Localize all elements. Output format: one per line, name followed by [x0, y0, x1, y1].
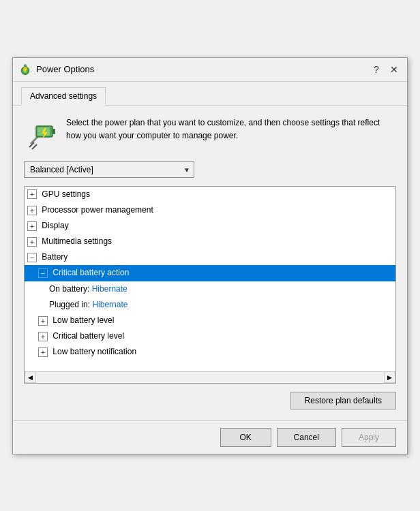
tree-item-display[interactable]: + Display — [25, 218, 395, 234]
horizontal-scrollbar: ◀ ▶ — [25, 371, 395, 383]
description-text: Select the power plan that you want to c… — [66, 117, 396, 142]
tree-label-gpu: GPU settings — [42, 189, 90, 199]
help-button[interactable]: ? — [369, 62, 384, 77]
window-title: Power Options — [36, 64, 369, 74]
expand-icon-low-battery-notification[interactable]: + — [38, 347, 48, 357]
tree-scroll-area[interactable]: + GPU settings + Processor power managem… — [25, 187, 395, 371]
dropdown-container: Balanced [Active] High performance Power… — [24, 161, 396, 178]
tree-item-plugged-in[interactable]: Plugged in: Hibernate — [25, 297, 395, 313]
power-icon — [18, 63, 32, 76]
button-bar: OK Cancel Apply — [13, 420, 407, 454]
battery-plug-icon — [24, 117, 58, 151]
apply-button[interactable]: Apply — [342, 428, 396, 447]
tree-label-critical-battery-level: Critical battery level — [52, 331, 124, 341]
tree-item-critical-battery-level[interactable]: + Critical battery level — [25, 328, 395, 344]
tree-label-battery: Battery — [42, 252, 68, 262]
expand-icon-processor[interactable]: + — [27, 206, 37, 215]
expand-icon-battery[interactable]: − — [27, 253, 37, 262]
plan-dropdown[interactable]: Balanced [Active] High performance Power… — [24, 161, 194, 178]
expand-icon-low-battery-level[interactable]: + — [38, 316, 48, 326]
tree-label-multimedia: Multimedia settings — [42, 236, 112, 246]
expand-icon-critical-action[interactable]: − — [38, 268, 48, 278]
tree-label-processor: Processor power management — [42, 205, 153, 215]
tree-item-low-battery-notification[interactable]: + Low battery notification — [25, 344, 395, 360]
restore-defaults-button[interactable]: Restore plan defaults — [290, 392, 396, 409]
tree-item-on-battery[interactable]: On battery: Hibernate — [25, 281, 395, 297]
tree-item-battery[interactable]: − Battery — [25, 249, 395, 265]
ok-button[interactable]: OK — [220, 428, 271, 447]
title-bar: Power Options ? ✕ — [13, 58, 407, 82]
settings-tree: + GPU settings + Processor power managem… — [24, 186, 396, 384]
tree-label-on-battery: On battery: — [49, 284, 92, 294]
plan-dropdown-wrapper[interactable]: Balanced [Active] High performance Power… — [24, 161, 194, 178]
expand-icon-display[interactable]: + — [27, 221, 37, 231]
expand-icon-gpu[interactable]: + — [27, 189, 37, 199]
tree-label-low-battery-level: Low battery level — [52, 315, 114, 325]
dialog-content: Select the power plan that you want to c… — [13, 106, 407, 420]
tab-bar: Advanced settings — [13, 82, 407, 106]
tree-item-processor[interactable]: + Processor power management — [25, 202, 395, 218]
hscroll-track — [36, 372, 384, 383]
description-area: Select the power plan that you want to c… — [24, 117, 396, 151]
tree-item-low-battery-level[interactable]: + Low battery level — [25, 313, 395, 328]
hscroll-right-btn[interactable]: ▶ — [384, 371, 395, 383]
tree-label-plugged-in: Plugged in: — [49, 300, 92, 309]
cancel-button[interactable]: Cancel — [277, 428, 336, 447]
tree-label-display: Display — [42, 221, 68, 230]
tree-item-multimedia[interactable]: + Multimedia settings — [25, 234, 395, 249]
tree-label-low-battery-notification: Low battery notification — [52, 347, 136, 356]
tree-label-critical-action: Critical battery action — [52, 268, 129, 277]
on-battery-value[interactable]: Hibernate — [92, 284, 127, 294]
expand-icon-multimedia[interactable]: + — [27, 237, 37, 247]
hscroll-left-btn[interactable]: ◀ — [25, 371, 36, 383]
svg-line-6 — [32, 144, 37, 149]
svg-rect-8 — [52, 129, 55, 134]
tree-item-gpu[interactable]: + GPU settings — [25, 187, 395, 202]
tree-item-critical-battery-action[interactable]: − Critical battery action — [25, 265, 395, 281]
power-options-dialog: Power Options ? ✕ Advanced settings — [12, 57, 408, 454]
expand-icon-critical-battery-level[interactable]: + — [38, 332, 48, 341]
plugged-in-value[interactable]: Hibernate — [92, 300, 127, 309]
title-bar-controls: ? ✕ — [369, 62, 402, 77]
close-button[interactable]: ✕ — [387, 62, 402, 77]
tab-advanced-settings[interactable]: Advanced settings — [21, 87, 106, 106]
